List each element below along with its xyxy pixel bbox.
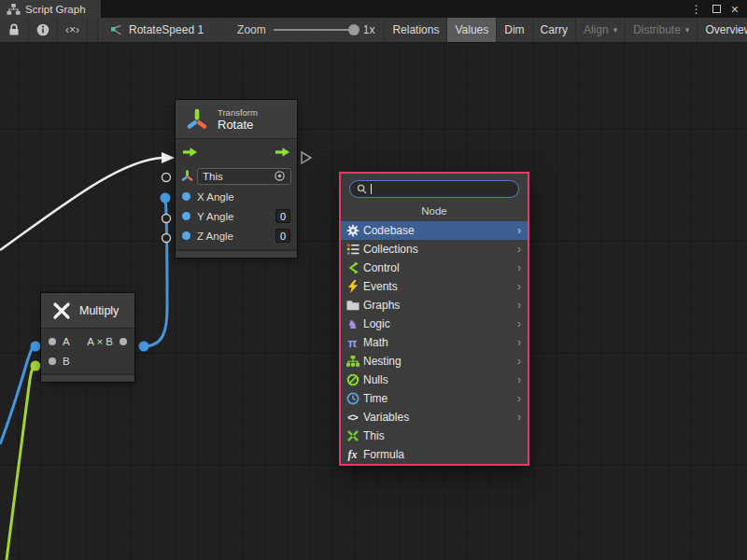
graph-name: RotateSpeed 1 [129, 23, 204, 36]
z-angle-row[interactable]: Z Angle 0 [176, 226, 297, 245]
finder-item-control[interactable]: Control › [341, 259, 528, 277]
zoom-slider[interactable] [274, 29, 356, 31]
finder-item-math[interactable]: π Math › [341, 333, 528, 352]
zoom-value: 1x [363, 23, 375, 36]
list-icon [345, 242, 360, 257]
zoom-control: Zoom 1x [215, 18, 384, 42]
finder-item-label: This [363, 429, 385, 442]
transform-node-header: Transform Rotate [176, 100, 297, 139]
info-icon [35, 22, 50, 37]
flow-output-arrow-icon[interactable] [275, 147, 290, 158]
input-b-label: B [63, 356, 70, 367]
distribute-label: Distribute [633, 23, 681, 36]
knight-icon: ♞ [345, 316, 360, 331]
finder-item-codebase[interactable]: Codebase › [341, 221, 528, 240]
finder-item-time[interactable]: Time › [341, 389, 528, 408]
multiply-row-b[interactable]: B [41, 351, 134, 371]
info-button[interactable] [29, 18, 58, 42]
unity-script-graph-window: Script Graph ⋮ × ‹×› [0, 0, 747, 560]
chevron-right-icon: › [517, 373, 521, 386]
empty-port-yangle[interactable] [162, 215, 171, 223]
input-a-port[interactable] [49, 338, 56, 345]
zoom-slider-handle[interactable] [348, 24, 359, 35]
dim-label: Dim [504, 23, 524, 36]
align-label: Align [584, 23, 609, 36]
graph-canvas[interactable]: Transform Rotate [0, 43, 747, 560]
finder-item-variables[interactable]: <> Variables › [341, 408, 528, 427]
finder-item-this[interactable]: This [341, 427, 528, 445]
graph-breadcrumb[interactable]: RotateSpeed 1 [97, 18, 215, 42]
this-object-field[interactable]: This [197, 168, 291, 185]
empty-port-zangle[interactable] [162, 234, 171, 243]
zoom-label: Zoom [237, 23, 266, 36]
finder-item-label: Graphs [363, 299, 400, 312]
pi-icon: π [345, 335, 360, 350]
chevron-right-icon: › [517, 224, 521, 237]
clock-icon [345, 391, 360, 406]
wire-endpoint-a[interactable] [31, 342, 41, 352]
node-title: Rotate [218, 118, 258, 132]
multiply-node[interactable]: Multiply A A × B B [41, 293, 134, 382]
overview-button[interactable]: Overview [698, 18, 747, 42]
close-icon[interactable]: × [731, 3, 739, 16]
dim-button[interactable]: Dim [497, 18, 532, 42]
graph-hierarchy-icon [7, 3, 21, 16]
z-angle-value-field[interactable]: 0 [275, 229, 290, 243]
flow-continue-triangle[interactable] [302, 152, 311, 163]
flow-input-arrow-icon[interactable] [182, 147, 198, 158]
wire-endpoint-multiply-output[interactable] [139, 342, 149, 352]
branch-arrows-icon [345, 260, 360, 275]
finder-item-label: Control [363, 261, 400, 274]
lock-icon [7, 22, 21, 37]
object-picker-icon[interactable] [274, 170, 286, 182]
empty-port-this[interactable] [162, 174, 171, 182]
finder-item-collections[interactable]: Collections › [341, 240, 528, 259]
distribute-dropdown[interactable]: Distribute ▾ [626, 18, 698, 42]
carry-label: Carry [541, 23, 568, 36]
code-view-button[interactable]: ‹×› [58, 18, 88, 42]
flow-wire [0, 158, 162, 250]
maximize-icon[interactable] [712, 5, 721, 13]
relations-label: Relations [392, 23, 439, 36]
y-angle-port[interactable] [182, 212, 190, 220]
wire-endpoint-b[interactable] [31, 361, 41, 371]
align-caret-icon: ▾ [613, 25, 618, 35]
finder-item-label: Logic [363, 317, 390, 330]
tab-script-graph[interactable]: Script Graph [0, 0, 101, 18]
y-angle-value-field[interactable]: 0 [275, 209, 290, 223]
values-button[interactable]: Values [447, 18, 497, 42]
output-port[interactable] [120, 338, 127, 345]
finder-item-graphs[interactable]: Graphs › [341, 296, 528, 315]
x-angle-row[interactable]: X Angle [176, 187, 297, 206]
multiply-node-header: Multiply [41, 293, 134, 329]
finder-item-label: Variables [363, 411, 409, 424]
finder-item-events[interactable]: Events › [341, 277, 528, 296]
z-angle-port[interactable] [182, 231, 190, 240]
tab-title: Script Graph [25, 4, 86, 15]
output-label: A × B [87, 336, 113, 347]
finder-item-formula[interactable]: fx Formula [341, 445, 528, 464]
transform-mini-icon [181, 170, 193, 182]
finder-search-field[interactable] [349, 180, 519, 198]
wire-multiply-to-xangle [144, 198, 167, 346]
null-circle-icon [345, 372, 360, 387]
graph-node-icon [109, 23, 123, 37]
input-b-port[interactable] [49, 357, 56, 365]
finder-item-nesting[interactable]: Nesting › [341, 352, 528, 371]
x-angle-port[interactable] [182, 192, 190, 201]
align-dropdown[interactable]: Align ▾ [576, 18, 626, 42]
carry-button[interactable]: Carry [533, 18, 576, 42]
z-angle-label: Z Angle [197, 231, 233, 242]
finder-item-nulls[interactable]: Nulls › [341, 371, 528, 389]
multiply-row-a[interactable]: A A × B [41, 331, 134, 351]
transform-rotate-node[interactable]: Transform Rotate [176, 100, 297, 258]
window-menu-icon[interactable]: ⋮ [691, 4, 702, 15]
this-field-value: This [203, 171, 223, 182]
y-angle-row[interactable]: Y Angle 0 [176, 206, 297, 226]
graph-toolbar: ‹×› RotateSpeed 1 Zoom 1x Relations Valu… [0, 18, 747, 43]
lock-button[interactable] [0, 18, 29, 42]
search-input[interactable] [375, 184, 512, 195]
finder-item-logic[interactable]: ♞ Logic › [341, 315, 528, 333]
wire-endpoint-xangle[interactable] [161, 193, 171, 203]
relations-button[interactable]: Relations [384, 18, 447, 42]
